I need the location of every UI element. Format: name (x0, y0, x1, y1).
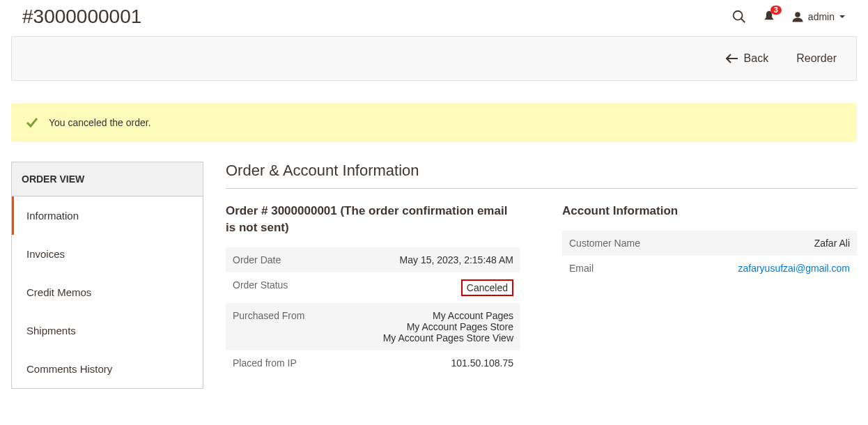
customer-email-value: zafaryusufzai@gmail.com (695, 256, 857, 281)
back-button[interactable]: Back (726, 52, 769, 65)
svg-line-1 (741, 19, 745, 23)
order-info-table: Order Date May 15, 2023, 2:15:48 AM Orde… (226, 247, 520, 376)
notification-badge: 3 (770, 6, 782, 15)
sidebar-item-information[interactable]: Information (12, 196, 203, 235)
sidebar-item-label: Information (26, 210, 79, 222)
order-view-sidebar: ORDER VIEW Information Invoices Credit M… (11, 162, 203, 389)
account-info-column: Account Information Customer Name Zafar … (562, 203, 857, 376)
purchased-from-row: Purchased From My Account Pages My Accou… (226, 303, 520, 350)
arrow-left-icon (726, 54, 738, 63)
page-title: #3000000001 (22, 6, 141, 28)
page-header: #3000000001 3 admin (0, 0, 868, 36)
sidebar-item-invoices[interactable]: Invoices (12, 235, 203, 273)
chevron-down-icon (839, 13, 846, 20)
order-date-value: May 15, 2023, 2:15:48 AM (358, 247, 520, 272)
check-icon (25, 116, 39, 130)
sidebar-item-comments-history[interactable]: Comments History (12, 350, 203, 388)
admin-username: admin (808, 11, 835, 22)
placed-ip-label: Placed from IP (226, 350, 358, 376)
customer-name-label: Customer Name (562, 231, 695, 256)
sidebar-item-credit-memos[interactable]: Credit Memos (12, 273, 203, 311)
order-info-column: Order # 3000000001 (The order confirmati… (226, 203, 520, 376)
order-date-row: Order Date May 15, 2023, 2:15:48 AM (226, 247, 520, 272)
action-bar: Back Reorder (11, 36, 857, 81)
sidebar-item-shipments[interactable]: Shipments (12, 311, 203, 350)
account-info-table: Customer Name Zafar Ali Email zafaryusuf… (562, 231, 857, 281)
notifications-button[interactable]: 3 (762, 9, 776, 24)
customer-email-label: Email (562, 256, 695, 281)
order-date-label: Order Date (226, 247, 358, 272)
header-actions: 3 admin (731, 9, 846, 24)
customer-email-link[interactable]: zafaryusufzai@gmail.com (738, 263, 851, 274)
main-content: Order & Account Information Order # 3000… (226, 162, 857, 389)
sidebar-item-label: Comments History (26, 363, 112, 375)
reorder-button[interactable]: Reorder (796, 52, 837, 65)
order-subtitle: Order # 3000000001 (The order confirmati… (226, 203, 520, 236)
purchased-line-1: My Account Pages (433, 310, 513, 321)
success-message: You canceled the order. (11, 103, 857, 142)
sidebar-item-label: Credit Memos (26, 286, 91, 298)
svg-point-2 (795, 12, 800, 17)
sidebar-heading: ORDER VIEW (12, 162, 203, 196)
svg-point-0 (734, 11, 743, 20)
purchased-from-label: Purchased From (226, 303, 358, 350)
account-subtitle: Account Information (562, 203, 857, 219)
search-button[interactable] (731, 9, 747, 24)
customer-name-value[interactable]: Zafar Ali (695, 231, 857, 256)
customer-name-row: Customer Name Zafar Ali (562, 231, 857, 256)
order-status-value: Canceled (358, 272, 520, 303)
order-status-label: Order Status (226, 272, 358, 303)
admin-menu[interactable]: admin (791, 10, 846, 23)
search-icon (731, 9, 747, 24)
user-icon (791, 10, 804, 23)
reorder-label: Reorder (796, 52, 837, 65)
sidebar-item-label: Invoices (26, 248, 65, 260)
back-label: Back (744, 52, 769, 65)
placed-ip-value: 101.50.108.75 (358, 350, 520, 376)
placed-ip-row: Placed from IP 101.50.108.75 (226, 350, 520, 376)
order-status-badge: Canceled (461, 279, 513, 296)
section-title: Order & Account Information (226, 162, 857, 189)
customer-email-row: Email zafaryusufzai@gmail.com (562, 256, 857, 281)
order-status-row: Order Status Canceled (226, 272, 520, 303)
message-text: You canceled the order. (49, 117, 151, 128)
purchased-from-value: My Account Pages My Account Pages Store … (358, 303, 520, 350)
sidebar-item-label: Shipments (26, 325, 76, 337)
purchased-line-3: My Account Pages Store View (383, 332, 513, 343)
purchased-line-2: My Account Pages Store (407, 321, 513, 332)
